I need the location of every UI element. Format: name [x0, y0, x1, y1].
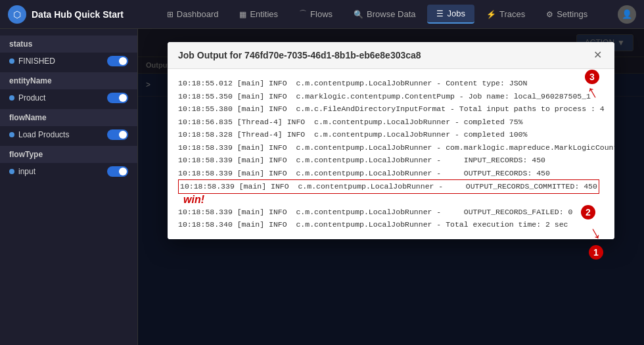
browse-icon: 🔍 — [354, 10, 363, 19]
flows-icon: ⌒ — [299, 9, 307, 20]
sidebar-section-entity: entityName Product — [0, 72, 137, 106]
nav-item-settings[interactable]: ⚙ Settings — [537, 5, 597, 23]
nav-item-entities[interactable]: ▦ Entities — [230, 5, 287, 23]
flowtype-value: input — [18, 167, 35, 176]
sidebar-section-flowtype: flowType input — [0, 146, 137, 180]
nav-item-dashboard[interactable]: ⊞ Dashboard — [158, 5, 228, 23]
topnav-right: 👤 — [618, 5, 636, 24]
nav-label-jobs: Jobs — [447, 9, 465, 18]
user-avatar[interactable]: 👤 — [618, 5, 636, 24]
status-toggle[interactable] — [107, 56, 128, 66]
nav-label-dashboard: Dashboard — [177, 9, 219, 19]
flow-value: Load Products — [18, 130, 69, 139]
nav-item-jobs[interactable]: ☰ Jobs — [427, 5, 474, 24]
sidebar-value-status: FINISHED — [0, 53, 137, 70]
main-area: status FINISHED entityName Product flowN… — [0, 29, 644, 345]
entity-toggle[interactable] — [107, 93, 128, 103]
settings-icon: ⚙ — [546, 10, 553, 19]
flow-toggle[interactable] — [107, 129, 128, 140]
sidebar-value-flowtype: input — [0, 163, 137, 180]
sidebar-section-status: status FINISHED — [0, 35, 137, 70]
modal-overlay: Job Output for 746fd70e-7035-46d1-8b1b-e… — [138, 29, 644, 345]
nav-label-settings: Settings — [557, 9, 587, 19]
topnav: ⬡ Data Hub Quick Start ⊞ Dashboard ▦ Ent… — [0, 0, 644, 29]
nav-item-flows[interactable]: ⌒ Flows — [290, 5, 342, 24]
modal-header: Job Output for 746fd70e-7035-46d1-8b1b-e… — [168, 42, 614, 69]
jobs-icon: ☰ — [436, 9, 444, 18]
logo-icon: ⬡ — [8, 5, 26, 24]
nav-item-browse-data[interactable]: 🔍 Browse Data — [344, 5, 425, 23]
nav-label-flows: Flows — [310, 9, 333, 19]
status-value: FINISHED — [18, 57, 55, 66]
app-title: Data Hub Quick Start — [32, 9, 124, 20]
nav-label-browse: Browse Data — [367, 9, 415, 19]
modal-title: Job Output for 746fd70e-7035-46d1-8b1b-e… — [178, 50, 421, 60]
content-area: ACTION ▼ Output > ⚡ — [138, 29, 644, 345]
sidebar-label-flowtype: flowType — [0, 146, 137, 163]
modal-close-button[interactable]: ✕ — [591, 49, 604, 62]
flowtype-toggle[interactable] — [107, 166, 128, 177]
dashboard-icon: ⊞ — [167, 10, 173, 19]
sidebar-label-status: status — [0, 35, 137, 53]
sidebar: status FINISHED entityName Product flowN… — [0, 29, 138, 345]
app-logo: ⬡ Data Hub Quick Start — [8, 5, 124, 24]
nav-label-entities: Entities — [250, 9, 278, 19]
traces-icon: ⚡ — [486, 10, 496, 19]
status-dot — [9, 58, 14, 64]
flow-dot — [9, 132, 14, 137]
job-output-modal: Job Output for 746fd70e-7035-46d1-8b1b-e… — [168, 42, 614, 239]
nav-label-traces: Traces — [499, 9, 525, 19]
modal-body: 10:18:55.012 [main] INFO c.m.contentpump… — [168, 69, 614, 239]
nav-item-traces[interactable]: ⚡ Traces — [477, 5, 534, 23]
log-container: 10:18:55.012 [main] INFO c.m.contentpump… — [178, 77, 604, 231]
entity-value: Product — [18, 93, 45, 103]
sidebar-section-flow: flowName Load Products — [0, 109, 137, 143]
sidebar-value-entity: Product — [0, 89, 137, 106]
flowtype-dot — [9, 169, 14, 174]
sidebar-label-entity: entityName — [0, 72, 137, 89]
sidebar-value-flow: Load Products — [0, 126, 137, 143]
entities-icon: ▦ — [239, 10, 246, 19]
sidebar-label-flow: flowName — [0, 109, 137, 126]
entity-dot — [9, 95, 14, 101]
nav-links: ⊞ Dashboard ▦ Entities ⌒ Flows 🔍 Browse … — [137, 5, 618, 24]
